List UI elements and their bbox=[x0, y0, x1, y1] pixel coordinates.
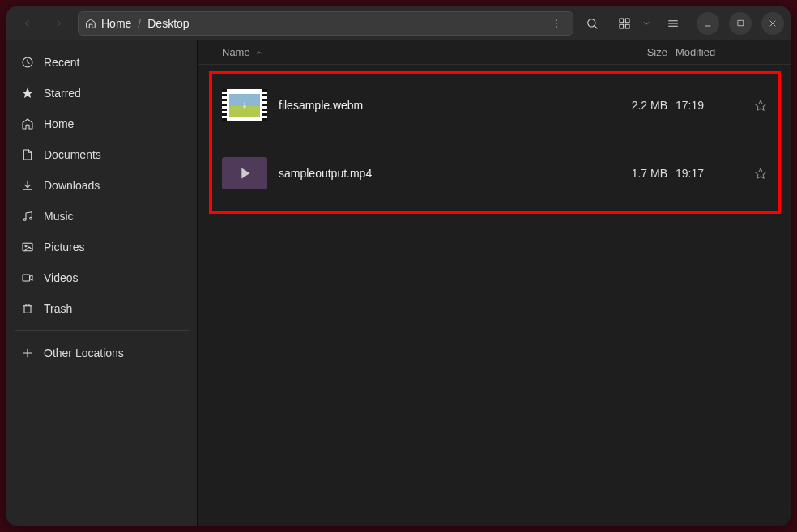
chevron-right-icon bbox=[53, 18, 65, 29]
chevron-down-icon bbox=[642, 19, 650, 28]
svg-rect-6 bbox=[625, 19, 629, 23]
home-icon bbox=[85, 18, 96, 29]
kebab-icon bbox=[551, 18, 562, 29]
close-button[interactable] bbox=[761, 12, 784, 35]
trash-icon bbox=[21, 302, 34, 315]
home-icon bbox=[21, 117, 34, 130]
hamburger-menu-button[interactable] bbox=[659, 11, 687, 36]
sidebar-item-downloads[interactable]: Downloads bbox=[6, 170, 197, 201]
svg-point-18 bbox=[23, 219, 26, 221]
minimize-icon bbox=[703, 19, 713, 28]
svg-point-21 bbox=[25, 245, 27, 247]
svg-rect-7 bbox=[620, 24, 624, 28]
sidebar-item-other-locations[interactable]: Other Locations bbox=[6, 338, 197, 368]
svg-marker-29 bbox=[755, 168, 765, 178]
svg-marker-27 bbox=[755, 100, 765, 110]
music-icon bbox=[21, 210, 34, 223]
sort-asc-icon bbox=[255, 49, 263, 57]
star-outline-icon bbox=[754, 99, 767, 112]
column-headers: Name Size Modified bbox=[198, 40, 791, 65]
file-modified: 19:17 bbox=[676, 167, 748, 180]
svg-line-4 bbox=[595, 26, 597, 28]
picture-icon bbox=[21, 240, 34, 253]
sidebar-item-starred[interactable]: Starred bbox=[6, 78, 197, 109]
path-menu-button[interactable] bbox=[547, 14, 566, 33]
close-icon bbox=[768, 19, 778, 28]
breadcrumb-label: Home bbox=[101, 17, 131, 30]
sidebar-item-home[interactable]: Home bbox=[6, 109, 197, 139]
svg-rect-5 bbox=[620, 19, 624, 23]
sidebar-item-label: Pictures bbox=[44, 240, 85, 253]
breadcrumb[interactable]: Home / Desktop bbox=[78, 11, 573, 36]
sidebar-item-label: Home bbox=[44, 117, 74, 130]
video-thumbnail bbox=[222, 89, 267, 121]
svg-point-3 bbox=[588, 19, 595, 26]
titlebar: Home / Desktop bbox=[6, 6, 791, 40]
svg-marker-28 bbox=[241, 168, 249, 179]
grid-icon bbox=[618, 17, 631, 30]
sidebar-item-music[interactable]: Music bbox=[6, 201, 197, 232]
star-toggle[interactable] bbox=[748, 167, 773, 180]
main-pane: Name Size Modified filesample.webm 2.2 M bbox=[198, 40, 791, 526]
view-dropdown-button[interactable] bbox=[638, 11, 654, 36]
breadcrumb-label: Desktop bbox=[147, 17, 189, 30]
video-icon bbox=[21, 271, 34, 284]
download-icon bbox=[21, 179, 34, 192]
svg-rect-8 bbox=[625, 24, 629, 28]
star-icon bbox=[21, 87, 34, 100]
svg-marker-17 bbox=[22, 87, 32, 98]
column-header-name[interactable]: Name bbox=[222, 46, 603, 58]
svg-point-26 bbox=[243, 105, 245, 109]
svg-rect-13 bbox=[738, 20, 743, 25]
sidebar-item-label: Starred bbox=[44, 87, 81, 100]
sidebar-item-documents[interactable]: Documents bbox=[6, 139, 197, 170]
svg-rect-20 bbox=[23, 243, 32, 250]
back-button[interactable] bbox=[13, 11, 40, 36]
column-header-modified[interactable]: Modified bbox=[676, 46, 748, 58]
star-outline-icon bbox=[754, 167, 767, 180]
chevron-left-icon bbox=[21, 18, 32, 29]
file-row[interactable]: filesample.webm 2.2 MB 17:19 bbox=[198, 71, 791, 139]
hamburger-icon bbox=[667, 17, 680, 30]
file-size: 2.2 MB bbox=[603, 99, 676, 112]
svg-point-2 bbox=[556, 26, 557, 28]
file-modified: 17:19 bbox=[676, 99, 748, 112]
view-switcher[interactable] bbox=[611, 11, 654, 36]
sidebar: Recent Starred Home Documents Downloads … bbox=[6, 40, 198, 526]
plus-icon bbox=[21, 347, 34, 360]
sidebar-item-label: Downloads bbox=[44, 179, 100, 192]
sidebar-item-pictures[interactable]: Pictures bbox=[6, 232, 197, 262]
sidebar-separator bbox=[15, 330, 189, 331]
search-icon bbox=[586, 17, 599, 30]
column-header-size[interactable]: Size bbox=[603, 46, 676, 58]
search-button[interactable] bbox=[578, 11, 606, 36]
file-manager-window: Home / Desktop bbox=[6, 6, 791, 526]
sidebar-item-label: Trash bbox=[44, 302, 72, 315]
forward-button[interactable] bbox=[45, 11, 73, 36]
sidebar-item-label: Recent bbox=[44, 56, 79, 69]
svg-point-0 bbox=[556, 19, 557, 21]
sidebar-item-recent[interactable]: Recent bbox=[6, 47, 197, 78]
minimize-button[interactable] bbox=[697, 12, 719, 35]
rabbit-icon bbox=[241, 100, 249, 111]
sidebar-item-videos[interactable]: Videos bbox=[6, 262, 197, 293]
sidebar-item-label: Music bbox=[44, 210, 74, 223]
window-body: Recent Starred Home Documents Downloads … bbox=[6, 40, 791, 526]
file-name: filesample.webm bbox=[279, 99, 603, 112]
svg-rect-22 bbox=[23, 275, 30, 281]
svg-point-1 bbox=[556, 23, 557, 24]
svg-point-19 bbox=[30, 217, 32, 219]
maximize-icon bbox=[736, 19, 745, 28]
maximize-button[interactable] bbox=[729, 12, 752, 35]
sidebar-item-label: Videos bbox=[44, 271, 79, 284]
file-row[interactable]: sampleoutput.mp4 1.7 MB 19:17 bbox=[198, 139, 791, 207]
sidebar-item-label: Documents bbox=[44, 148, 101, 161]
sidebar-item-trash[interactable]: Trash bbox=[6, 293, 197, 324]
file-list: filesample.webm 2.2 MB 17:19 sampleoutpu… bbox=[198, 65, 791, 214]
breadcrumb-home[interactable]: Home bbox=[85, 17, 131, 30]
clock-icon bbox=[21, 56, 34, 69]
grid-view-button[interactable] bbox=[611, 11, 638, 36]
file-name: sampleoutput.mp4 bbox=[279, 167, 603, 180]
breadcrumb-desktop[interactable]: Desktop bbox=[147, 17, 189, 30]
star-toggle[interactable] bbox=[748, 99, 773, 112]
